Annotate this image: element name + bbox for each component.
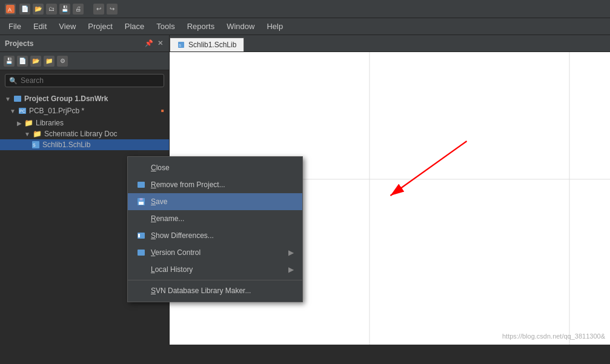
folder-icon: 📁	[24, 119, 33, 127]
ctx-close-label: Close	[151, 164, 170, 172]
menu-project[interactable]: Project	[82, 19, 118, 33]
svg-rect-19	[138, 234, 140, 237]
ctx-save-label: Save	[151, 197, 167, 206]
tree-libraries[interactable]: ▶ 📁 Libraries	[0, 117, 169, 128]
ctx-show-diff-icon	[136, 231, 146, 240]
svg-rect-17	[140, 198, 143, 200]
title-bar: A 📄 📂 🗂 💾 🖨 ↩ ↪	[0, 0, 610, 18]
ctx-local-history-arrow: ▶	[288, 265, 294, 274]
menu-reports[interactable]: Reports	[181, 19, 221, 33]
arrow-icon: ▼	[24, 131, 30, 137]
project-group-label: Project Group 1.DsnWrk	[24, 94, 108, 103]
ctx-version-control[interactable]: Version Control ▶	[128, 244, 302, 261]
undo-icon[interactable]: ↩	[93, 4, 104, 15]
ctx-local-history-icon	[136, 265, 146, 274]
tree-schlib1[interactable]: S Schlib1.SchLib	[0, 139, 169, 150]
tree-project-group[interactable]: ▼ Project Group 1.DsnWrk	[0, 93, 169, 104]
ctx-save[interactable]: Save	[128, 193, 302, 210]
pcb-project-icon: PC	[18, 107, 27, 115]
arrow-icon: ▶	[17, 120, 22, 127]
panel-folder-icon[interactable]: 📂	[30, 56, 41, 67]
redo-icon[interactable]: ↪	[107, 4, 118, 15]
svg-rect-14	[138, 182, 145, 188]
open-icon[interactable]: 📂	[33, 4, 44, 15]
panel-header: Projects 📌 ✕	[0, 35, 169, 52]
app-icon: A	[5, 4, 16, 15]
menu-place[interactable]: Place	[119, 19, 151, 33]
ctx-version-control-label: Version Control	[151, 248, 201, 257]
tree-schematic-lib-doc[interactable]: ▼ 📁 Schematic Library Doc	[0, 128, 169, 139]
search-box[interactable]: 🔍	[5, 74, 164, 87]
close-panel-button[interactable]: ✕	[156, 39, 164, 48]
ctx-remove-icon	[136, 180, 146, 190]
svg-text:A: A	[8, 7, 12, 13]
ctx-show-diff[interactable]: Show Differences...	[128, 227, 302, 244]
libraries-label: Libraries	[36, 119, 64, 127]
menu-view[interactable]: View	[53, 19, 82, 33]
ctx-local-history-label: Local History	[151, 265, 193, 274]
new-icon[interactable]: 📄	[19, 4, 30, 15]
tab-schlib1[interactable]: S Schlib1.SchLib	[170, 38, 244, 51]
svg-line-13	[391, 141, 467, 196]
schematic-lib-doc-label: Schematic Library Doc	[44, 130, 118, 138]
ctx-show-diff-label: Show Differences...	[151, 231, 214, 240]
menu-tools[interactable]: Tools	[150, 19, 181, 33]
menu-edit[interactable]: Edit	[27, 19, 53, 33]
panel-save-icon[interactable]: 💾	[4, 56, 15, 67]
folder-icon: 📁	[33, 130, 42, 138]
ctx-local-history[interactable]: Local History ▶	[128, 261, 302, 278]
main-layout: Projects 📌 ✕ 💾 📄 📂 📁 ⚙ 🔍 ▼	[0, 35, 610, 345]
panel-title: Projects	[5, 39, 33, 48]
modified-indicator: ▪	[161, 105, 164, 116]
panel-header-actions: 📌 ✕	[145, 39, 164, 48]
project-group-icon	[13, 94, 22, 103]
arrow-icon: ▼	[5, 96, 11, 102]
panel-toolbar: 💾 📄 📂 📁 ⚙	[0, 52, 169, 70]
ctx-save-icon	[136, 197, 146, 207]
menu-help[interactable]: Help	[260, 19, 289, 33]
svg-text:PC: PC	[19, 109, 25, 113]
search-icon: 🔍	[9, 77, 18, 85]
ctx-svn-label: SVN Database Library Maker...	[151, 286, 251, 295]
svg-rect-20	[138, 250, 145, 256]
pin-button[interactable]: 📌	[145, 39, 153, 48]
toolbar-icons: 📄 📂 🗂 💾 🖨 ↩ ↪	[19, 4, 118, 15]
menu-bar: File Edit View Project Place Tools Repor…	[0, 18, 610, 35]
print-icon[interactable]: 🖨	[73, 4, 84, 15]
ctx-remove-label: Remove from Project...	[151, 180, 225, 189]
project-icon[interactable]: 🗂	[46, 4, 57, 15]
ctx-remove[interactable]: Remove from Project...	[128, 176, 302, 193]
menu-file[interactable]: File	[2, 19, 27, 33]
svg-text:S: S	[179, 44, 181, 47]
svg-text:S: S	[33, 143, 36, 147]
context-menu: Close Remove from Project... Save Rename…	[127, 156, 303, 302]
menu-window[interactable]: Window	[220, 19, 260, 33]
tab-bar: S Schlib1.SchLib	[170, 35, 610, 52]
ctx-rename-icon	[136, 214, 146, 223]
ctx-rename[interactable]: Rename...	[128, 210, 302, 227]
ctx-svn[interactable]: SVN Database Library Maker...	[128, 282, 302, 299]
ctx-rename-label: Rename...	[151, 214, 184, 223]
schlib1-label: Schlib1.SchLib	[42, 141, 90, 149]
red-arrow	[291, 125, 485, 234]
ctx-separator	[128, 280, 302, 280]
ctx-version-control-arrow: ▶	[288, 248, 294, 257]
svg-rect-16	[139, 202, 144, 205]
ctx-version-control-icon	[136, 248, 146, 257]
project-label: PCB_01.PrjPcb *	[29, 107, 84, 115]
tab-file-icon: S	[177, 41, 185, 48]
ctx-svn-icon	[136, 286, 146, 296]
panel-settings-icon[interactable]: ⚙	[57, 56, 68, 67]
save-all-icon[interactable]: 💾	[59, 4, 70, 15]
schlib-file-icon: S	[31, 141, 40, 149]
panel-add-icon[interactable]: 📁	[44, 56, 55, 67]
svg-rect-2	[14, 96, 21, 102]
tree-project[interactable]: ▼ PC PCB_01.PrjPcb * ▪	[0, 104, 169, 117]
ctx-close-icon	[136, 163, 146, 173]
tab-label: Schlib1.SchLib	[188, 41, 236, 49]
ctx-close[interactable]: Close	[128, 159, 302, 176]
watermark: https://blog.csdn.net/qq_3811300&	[502, 333, 605, 340]
arrow-icon: ▼	[10, 108, 16, 114]
panel-new-icon[interactable]: 📄	[17, 56, 28, 67]
search-input[interactable]	[21, 76, 160, 85]
